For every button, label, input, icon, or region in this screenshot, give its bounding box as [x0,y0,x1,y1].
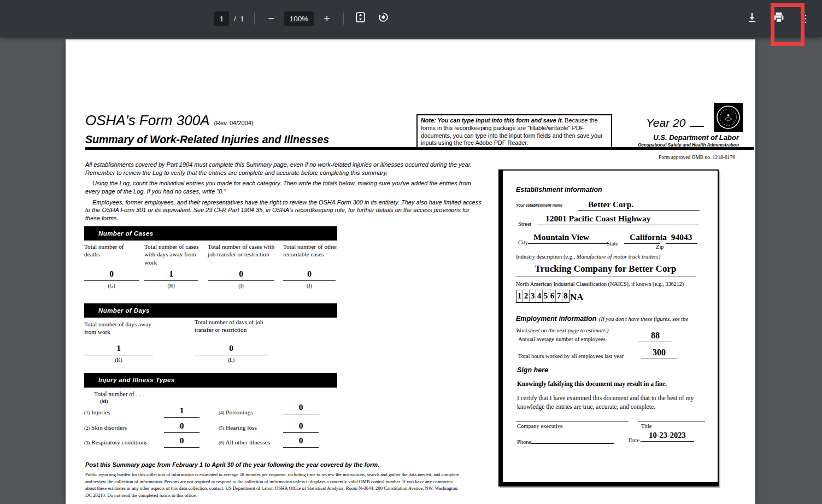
cases-col-transfer: Total number of cases with job transfer … [208,243,277,289]
types-intro: Total number of . . . [94,391,144,397]
year-blank[interactable] [690,117,704,127]
state-label: State [607,241,618,247]
rotate-button[interactable] [375,11,391,26]
city-field[interactable]: Mountain View [528,231,609,244]
cases-other-field[interactable]: 0 [283,268,336,281]
days-transfer-field[interactable]: 0 [195,342,268,355]
respiratory-field[interactable]: 0 [164,435,199,448]
industry-field[interactable]: Trucking Company for Better Corp [515,262,696,277]
establishment-header: Establishment information [516,186,602,194]
street-field[interactable]: 12001 Pacific Coast Highway [537,212,698,225]
naics-overflow: NA [570,292,584,303]
zoom-out-button[interactable]: − [263,11,279,26]
zip-label: Zip [656,244,664,250]
hours-field[interactable]: 300 [641,346,677,359]
note-title: Note: You can type input into this form … [421,117,563,124]
types-intro-code: (M) [100,398,108,404]
establishment-name-label: Your establishment name [516,203,562,207]
cases-col-days-away: Total number of cases with days away fro… [144,243,202,289]
naics-label: North American Industrial Classification… [516,281,684,287]
dol-seal-logo [714,103,743,132]
more-menu-button[interactable]: ⋮ [795,8,817,30]
naics-field[interactable]: 1 2 3 4 5 6 7 8 NA [516,290,584,303]
form-subtitle: Summary of Work-Related Injuries and Ill… [85,133,329,146]
post-instruction: Post this Summary page from February 1 t… [85,461,379,468]
intro-paragraph: Using the Log, count the individual entr… [85,179,483,195]
hours-label: Total hours worked by all employees last… [518,353,624,359]
date-label: Date [629,437,639,443]
omb-approval: Form approved OMB no. 1218-0176 [557,155,735,160]
toolbar-divider [343,13,344,25]
print-icon [773,11,785,26]
types-row-1: (1) Injuries 1 (4) Poisonings 0 [84,407,319,421]
state-field[interactable]: California [624,231,660,244]
agency-subname: Occupational Safety and Health Administr… [560,142,739,148]
injuries-field[interactable]: 1 [164,405,199,418]
street-label: Street [518,221,532,227]
cases-days-away-field[interactable]: 1 [144,268,198,281]
executive-label: Company executive [517,423,563,429]
certify-statement: I certify that I have examined this docu… [517,394,703,411]
zip-field[interactable]: 94043 [666,231,697,244]
year-field[interactable]: Year 20 [646,116,704,130]
employees-field[interactable]: 88 [638,329,672,342]
executive-signature-line[interactable] [516,421,629,421]
print-button[interactable] [768,8,790,30]
zoom-in-button[interactable]: + [319,11,334,26]
fit-page-icon [355,11,366,26]
days-col-away: Total number of days away from work 1 (K… [84,320,156,364]
phone-field[interactable] [531,437,614,444]
download-button[interactable] [741,8,763,30]
pdf-viewer-toolbar: 1 / 1 − 100% + [0,0,822,37]
zoom-level-input[interactable]: 100% [284,11,314,26]
burden-notice: Public reporting burden for this collect… [85,471,462,499]
city-label: City [518,239,528,245]
title-line[interactable] [638,421,705,421]
phone-row: Phone [517,437,614,445]
hearing-loss-field[interactable]: 0 [283,420,319,433]
industry-label: Industry description (e.g., Manufacture … [516,254,660,260]
cases-transfer-field[interactable]: 0 [208,268,274,281]
poisonings-field[interactable]: 0 [283,401,319,414]
form-title: OSHA's Form 300A(Rev. 04/2004) [85,112,253,129]
more-menu-icon: ⋮ [801,14,811,24]
intro-paragraph: All establishments covered by Part 1904 … [85,161,483,177]
section-number-of-days: Number of Days [84,303,337,318]
intro-paragraphs: All establishments covered by Part 1904 … [85,161,483,222]
naics-cells: 1 2 3 4 5 6 7 8 [516,290,569,303]
section-injury-illness-types: Injury and Illness Types [84,373,337,388]
cases-col-deaths: Total number of deaths 0 (G) [84,243,141,289]
establishment-name-field[interactable]: Better Corp. [578,198,700,211]
form-revision: (Rev. 04/2004) [214,120,253,126]
rotate-ccw-icon [378,11,389,26]
download-icon [747,12,758,26]
other-illnesses-field[interactable]: 0 [283,435,319,448]
intro-paragraph: Employees, former employees, and their r… [85,198,483,222]
days-col-transfer: Total number of days of job transfer or … [195,318,277,364]
establishment-box: Establishment information Your establish… [498,169,719,487]
date-field[interactable]: 10-23-2023 [641,429,694,442]
toolbar-divider [254,13,255,25]
cases-col-other: Total number of other recordable cases 0… [283,243,338,289]
skin-disorders-field[interactable]: 0 [164,420,199,433]
falsify-warning: Knowingly falsifying this document may r… [517,380,667,387]
page-count-label: / 1 [234,15,245,23]
employees-label: Annual average number of employees [518,336,606,342]
page-number-input[interactable]: 1 [214,11,229,26]
types-row-3: (3) Respiratory conditions 0 (6) All oth… [84,437,319,451]
days-away-field[interactable]: 1 [84,342,153,355]
sign-here-header: Sign here [517,366,548,374]
fit-page-button[interactable] [353,11,368,26]
pdf-page: OSHA's Form 300A(Rev. 04/2004) Summary o… [66,39,755,504]
section-number-of-cases: Number of Cases [84,226,337,241]
cases-deaths-field[interactable]: 0 [84,268,139,281]
agency-name: U.S. Department of Labor [560,133,739,142]
